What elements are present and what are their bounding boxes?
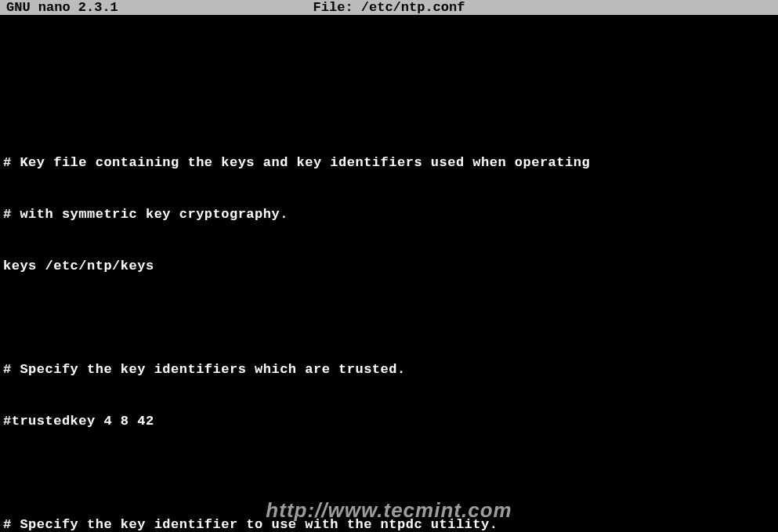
file-line: # with symmetric key cryptography. — [3, 206, 775, 223]
file-line — [3, 465, 775, 482]
app-name: GNU nano 2.3.1 — [3, 0, 118, 15]
file-line: # Specify the key identifiers which are … — [3, 361, 775, 378]
editor-content[interactable]: # Key file containing the keys and key i… — [0, 16, 778, 532]
file-line — [3, 309, 775, 327]
watermark-text: http://www.tecmint.com — [266, 498, 512, 523]
file-line: keys /etc/ntp/keys — [3, 258, 775, 275]
file-line — [3, 51, 775, 68]
file-line: #trustedkey 4 8 42 — [3, 413, 775, 430]
file-line: # Key file containing the keys and key i… — [3, 154, 775, 172]
editor-title-bar: GNU nano 2.3.1 File: /etc/ntp.conf — [0, 0, 778, 15]
file-path: File: /etc/ntp.conf — [313, 0, 465, 15]
file-line — [3, 103, 775, 120]
